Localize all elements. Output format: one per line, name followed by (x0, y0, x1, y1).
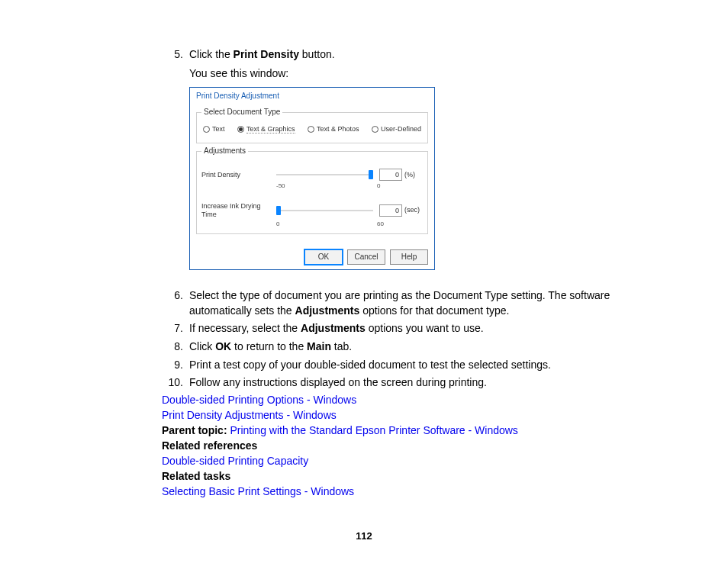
group-label: Adjustments (201, 146, 248, 156)
radio-icon (372, 126, 378, 133)
drying-time-row: Increase Ink Drying Time 0 (sec) (201, 202, 423, 219)
dialog-button-row: OK Cancel Help (190, 245, 434, 269)
step-6: 6. Select the type of document you are p… (162, 288, 652, 318)
ok-button[interactable]: OK (304, 249, 343, 265)
related-references-heading: Related references (162, 439, 652, 452)
dialog-title: Print Density Adjustment (190, 88, 434, 105)
step-7: 7. If necessary, select the Adjustments … (162, 321, 652, 336)
document-type-group: Select Document Type Text Text & Graphic… (196, 112, 428, 144)
print-density-slider[interactable] (276, 171, 373, 179)
parent-topic: Parent topic: Printing with the Standard… (162, 424, 652, 436)
step-9: 9. Print a test copy of your double-side… (162, 358, 652, 373)
radio-text-photos[interactable]: Text & Photos (308, 125, 359, 134)
radio-icon (203, 126, 210, 133)
link-print-density-adjustments[interactable]: Print Density Adjustments - Windows (162, 409, 652, 421)
step-8: 8. Click OK to return to the Main tab. (162, 339, 652, 355)
step-list: 5. Click the Print Density button. (162, 47, 652, 63)
link-parent-topic[interactable]: Printing with the Standard Epson Printer… (230, 424, 517, 436)
step-text: Click the Print Density button. (189, 47, 652, 63)
print-density-dialog: Print Density Adjustment Select Document… (189, 87, 435, 271)
drying-time-value[interactable]: 0 (379, 204, 402, 217)
related-tasks-heading: Related tasks (162, 470, 652, 482)
radio-text[interactable]: Text (203, 125, 225, 134)
radio-text-graphics[interactable]: Text & Graphics (237, 125, 295, 134)
link-basic-print-settings[interactable]: Selecting Basic Print Settings - Windows (162, 485, 652, 497)
page-number: 112 (0, 530, 728, 542)
group-label: Select Document Type (201, 108, 282, 117)
drying-time-slider[interactable] (276, 207, 373, 214)
link-double-sided-options[interactable]: Double-sided Printing Options - Windows (162, 394, 652, 406)
step-5-subtext: You see this window: (189, 67, 652, 79)
adjustments-group: Adjustments Print Density 0 (%) -50 0 In… (196, 151, 428, 234)
link-double-sided-capacity[interactable]: Double-sided Printing Capacity (162, 455, 652, 467)
print-density-value[interactable]: 0 (379, 169, 402, 181)
radio-icon (237, 126, 244, 133)
step-10: 10. Follow any instructions displayed on… (162, 375, 652, 391)
help-button[interactable]: Help (390, 249, 428, 265)
step-list-cont: 6. Select the type of document you are p… (162, 288, 652, 391)
radio-user-defined[interactable]: User-Defined (372, 125, 421, 134)
radio-icon (308, 126, 314, 133)
step-5: 5. Click the Print Density button. (162, 47, 652, 63)
step-number: 5. (162, 47, 189, 63)
cancel-button[interactable]: Cancel (347, 249, 385, 265)
document-page: 5. Click the Print Density button. You s… (0, 0, 728, 497)
print-density-row: Print Density 0 (%) (201, 169, 423, 181)
